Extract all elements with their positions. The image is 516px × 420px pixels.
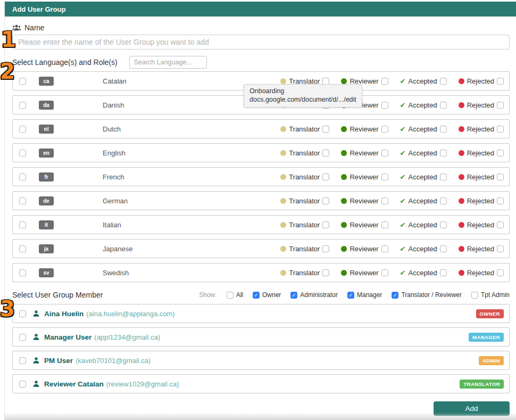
annotation-2: 2 <box>0 61 15 82</box>
name-label: Name <box>24 23 44 32</box>
filter-label: Administrator <box>300 291 338 299</box>
language-name: English <box>103 149 126 157</box>
rejected-checkbox[interactable] <box>497 245 504 252</box>
language-checkbox[interactable] <box>19 102 26 109</box>
accepted-checkbox[interactable] <box>440 126 447 133</box>
filter-checkbox-translator-reviewer[interactable]: ✓ <box>392 292 398 299</box>
member-row: Manager User (appl1234@gmail.ca) MANAGER <box>12 327 510 347</box>
member-row: Reviewer Catalan (review1029@gmail.ca) T… <box>12 374 510 393</box>
translator-dot-icon <box>280 246 286 252</box>
language-name: Catalan <box>103 77 127 85</box>
rejected-checkbox[interactable] <box>497 221 504 228</box>
role-option-translator: Translator <box>280 269 329 277</box>
filter-checkbox-manager[interactable]: ✓ <box>347 292 354 299</box>
translator-checkbox[interactable] <box>322 78 329 85</box>
role-label: Translator <box>289 125 320 133</box>
role-option-reviewer: Reviewer <box>341 269 388 277</box>
reviewer-dot-icon <box>341 126 347 132</box>
language-code-badge: de <box>39 196 54 205</box>
rejected-checkbox[interactable] <box>497 197 504 204</box>
modal-header: Add User Group <box>5 2 516 17</box>
role-option-translator: Translator <box>280 245 329 253</box>
language-checkbox[interactable] <box>19 245 26 252</box>
reviewer-checkbox[interactable] <box>381 245 388 252</box>
filter-checkbox-all[interactable] <box>227 292 234 299</box>
rejected-dot-icon <box>459 270 464 276</box>
add-button[interactable]: Add <box>434 401 510 416</box>
filter-checkbox-tpt-admin[interactable] <box>471 292 478 299</box>
reviewer-checkbox[interactable] <box>381 221 388 228</box>
reviewer-checkbox[interactable] <box>381 269 388 276</box>
accepted-checkbox[interactable] <box>440 269 447 276</box>
translator-checkbox[interactable] <box>322 174 329 180</box>
member-name: Reviewer Catalan <box>44 380 104 388</box>
accepted-checkbox[interactable] <box>440 221 447 228</box>
translator-checkbox[interactable] <box>322 221 329 228</box>
user-icon <box>32 357 40 364</box>
filter-checkbox-administrator[interactable]: ✓ <box>290 292 297 299</box>
group-name-input[interactable] <box>12 35 510 50</box>
accepted-checkbox[interactable] <box>440 197 447 204</box>
translator-checkbox[interactable] <box>322 245 329 252</box>
rejected-dot-icon <box>459 78 464 84</box>
language-checkbox[interactable] <box>19 174 26 180</box>
accepted-checkbox[interactable] <box>440 174 447 180</box>
language-name: Swedish <box>103 269 129 277</box>
member-checkbox[interactable] <box>19 381 26 388</box>
language-checkbox[interactable] <box>19 197 26 204</box>
filter-label: Owner <box>262 291 281 299</box>
accepted-checkbox[interactable] <box>440 150 447 157</box>
role-label: Rejected <box>467 197 494 205</box>
rejected-checkbox[interactable] <box>497 126 504 133</box>
language-checkbox[interactable] <box>19 150 26 157</box>
role-options: TranslatorReviewer✔AcceptedRejected <box>280 221 504 229</box>
language-code-badge: nl <box>39 125 54 134</box>
reviewer-dot-icon <box>341 270 347 276</box>
role-label: Translator <box>289 149 320 157</box>
language-checkbox[interactable] <box>19 269 26 276</box>
member-checkbox[interactable] <box>19 357 26 364</box>
accepted-checkbox[interactable] <box>440 245 447 252</box>
role-label: Accepted <box>408 101 437 109</box>
member-email: (kaveb70101@gmail.ca) <box>76 357 151 365</box>
role-option-translator: Translator <box>280 173 329 181</box>
translator-checkbox[interactable] <box>322 150 329 157</box>
reviewer-checkbox[interactable] <box>381 150 388 157</box>
reviewer-checkbox[interactable] <box>381 197 388 204</box>
filter-translator-reviewer: ✓Translator / Reviewer <box>392 291 462 299</box>
filter-checkbox-owner[interactable]: ✓ <box>253 292 260 299</box>
language-checkbox[interactable] <box>19 126 26 133</box>
language-search-input[interactable] <box>129 56 207 69</box>
language-checkbox[interactable] <box>19 78 26 85</box>
language-checkbox[interactable] <box>19 221 26 228</box>
member-checkbox[interactable] <box>19 334 26 341</box>
language-name: French <box>103 173 124 181</box>
language-code-badge: en <box>39 149 54 158</box>
translator-checkbox[interactable] <box>322 126 329 133</box>
role-option-reviewer: Reviewer <box>341 245 388 253</box>
accepted-check-icon: ✔ <box>400 126 406 132</box>
rejected-checkbox[interactable] <box>497 269 504 276</box>
reviewer-checkbox[interactable] <box>381 126 388 133</box>
reviewer-checkbox[interactable] <box>381 102 388 109</box>
role-option-translator: Translator <box>280 125 329 133</box>
role-label: Rejected <box>467 221 494 229</box>
role-option-rejected: Rejected <box>459 149 504 157</box>
reviewer-checkbox[interactable] <box>381 174 388 180</box>
reviewer-checkbox[interactable] <box>381 78 388 85</box>
member-checkbox[interactable] <box>19 310 26 317</box>
translator-checkbox[interactable] <box>322 197 329 204</box>
rejected-checkbox[interactable] <box>497 150 504 157</box>
translator-checkbox[interactable] <box>322 269 329 276</box>
role-option-accepted: ✔Accepted <box>400 149 447 157</box>
accepted-checkbox[interactable] <box>440 102 447 109</box>
accepted-checkbox[interactable] <box>440 78 447 85</box>
role-options: TranslatorReviewer✔AcceptedRejected <box>280 269 504 277</box>
member-role-badge: OWNER <box>476 309 504 318</box>
rejected-checkbox[interactable] <box>497 102 504 109</box>
translator-dot-icon <box>280 78 286 84</box>
rejected-checkbox[interactable] <box>497 174 504 180</box>
role-label: Rejected <box>467 149 494 157</box>
role-option-accepted: ✔Accepted <box>400 269 447 277</box>
rejected-checkbox[interactable] <box>497 78 504 85</box>
